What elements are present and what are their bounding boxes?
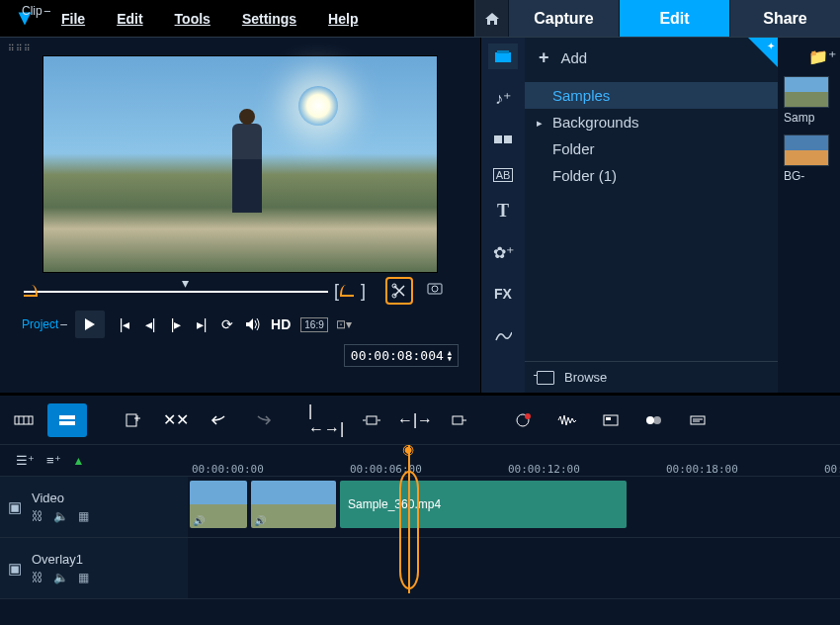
track-content-overlay1[interactable] bbox=[188, 538, 840, 598]
trim-handle-in[interactable] bbox=[24, 285, 38, 297]
mark-in-out-buttons[interactable]: [ ] bbox=[334, 281, 370, 302]
track-head-overlay1[interactable]: ▣ Overlay1 ⛓ 🔈 ▦ bbox=[0, 538, 188, 598]
split-clip-button[interactable] bbox=[385, 277, 413, 305]
menu-file[interactable]: File bbox=[49, 5, 97, 33]
browse-button[interactable]: Browse bbox=[525, 361, 778, 393]
timecode-stepper[interactable]: ▲▼ bbox=[448, 350, 452, 362]
thumb-image-1 bbox=[784, 76, 829, 108]
track-head-video[interactable]: ▣ Video ⛓ 🔈 ▦ bbox=[0, 477, 188, 537]
audio-library-icon[interactable]: ♪⁺ bbox=[488, 85, 518, 111]
label-project[interactable]: Project bbox=[22, 317, 67, 331]
step-fwd-button[interactable]: |▸ bbox=[164, 312, 188, 336]
titles-icon[interactable]: AB bbox=[493, 168, 514, 182]
playback-mode-labels[interactable]: Project Clip bbox=[22, 317, 67, 331]
timecode-field[interactable]: 00:00:08:004 ▲▼ bbox=[344, 344, 459, 367]
go-start-button[interactable]: |◂ bbox=[113, 312, 136, 336]
record-button[interactable] bbox=[504, 403, 544, 437]
lock-icon[interactable]: ▦ bbox=[78, 509, 89, 523]
timeline-header-controls: ☰⁺ ≡⁺ ▲ bbox=[0, 453, 188, 468]
menu-help[interactable]: Help bbox=[316, 5, 370, 33]
playhead[interactable] bbox=[408, 445, 410, 593]
tab-share[interactable]: Share bbox=[729, 0, 840, 37]
trim-track[interactable] bbox=[24, 291, 328, 293]
thumb-sample[interactable]: Samp bbox=[784, 76, 839, 125]
snapshot-button[interactable] bbox=[427, 281, 443, 295]
svg-rect-26 bbox=[691, 416, 705, 424]
svg-rect-16 bbox=[59, 421, 75, 425]
menu-settings[interactable]: Settings bbox=[230, 5, 308, 33]
tab-edit[interactable]: Edit bbox=[619, 0, 729, 37]
add-folder-icon[interactable]: 📁⁺ bbox=[808, 47, 836, 66]
text-icon[interactable]: T bbox=[488, 198, 518, 223]
folder-folder-1[interactable]: Folder (1) bbox=[525, 162, 778, 189]
undo-button[interactable] bbox=[200, 403, 239, 437]
mute-icon[interactable]: 🔈 bbox=[53, 509, 68, 523]
volume-button[interactable] bbox=[241, 312, 265, 336]
graphics-icon[interactable]: ✿⁺ bbox=[488, 239, 518, 265]
home-button[interactable] bbox=[474, 0, 508, 37]
clip-thumb-2[interactable]: 🔊 bbox=[251, 481, 336, 528]
link-icon[interactable]: ⛓ bbox=[32, 571, 43, 584]
folder-list: Samples Backgrounds Folder Folder (1) bbox=[525, 78, 778, 193]
loop-button[interactable]: ⟳ bbox=[215, 312, 239, 336]
pin-icon[interactable] bbox=[748, 38, 778, 67]
lock-icon[interactable]: ▦ bbox=[78, 571, 89, 584]
link-icon[interactable]: ⛓ bbox=[32, 509, 43, 523]
fit-project-button[interactable]: |←→| bbox=[308, 403, 348, 437]
chapter-button[interactable] bbox=[591, 403, 630, 437]
track-video: ▣ Video ⛓ 🔈 ▦ 🔊 🔊 Sample_360.mp4 bbox=[0, 477, 840, 538]
folder-backgrounds[interactable]: Backgrounds bbox=[525, 109, 778, 135]
filters-icon[interactable]: FX bbox=[488, 281, 518, 307]
panel-grip[interactable]: ⠿⠿⠿ bbox=[8, 44, 472, 51]
redo-button[interactable] bbox=[243, 403, 283, 437]
subtitle-button[interactable] bbox=[678, 403, 717, 437]
audio-mixer-button[interactable] bbox=[547, 403, 587, 437]
timeline-tracks: ▣ Video ⛓ 🔈 ▦ 🔊 🔊 Sample_360.mp4 ▣ bbox=[0, 477, 840, 625]
hd-quality-button[interactable]: HD bbox=[271, 316, 291, 332]
track-overlay1: ▣ Overlay1 ⛓ 🔈 ▦ bbox=[0, 538, 840, 599]
fit-clip-button[interactable] bbox=[352, 403, 391, 437]
audio-icon: 🔊 bbox=[193, 515, 205, 526]
resize-dropdown-button[interactable]: ⊡▾ bbox=[336, 317, 352, 331]
zoom-button[interactable]: ←|→ bbox=[395, 403, 435, 437]
crop-tool-button[interactable] bbox=[439, 403, 478, 437]
clip-sample-360[interactable]: Sample_360.mp4 bbox=[340, 481, 627, 528]
track-name-overlay1: Overlay1 bbox=[32, 552, 180, 567]
clip-thumb-1[interactable]: 🔊 bbox=[190, 481, 247, 528]
expand-tracks-icon[interactable]: ▲ bbox=[73, 454, 85, 468]
timeline-header: ☰⁺ ≡⁺ ▲ 00:00:00:00 00:00:06:00 00:00:12… bbox=[0, 445, 840, 477]
track-content-video[interactable]: 🔊 🔊 Sample_360.mp4 bbox=[188, 477, 840, 537]
track-motion-button[interactable] bbox=[634, 403, 674, 437]
ruler-tick: 00:00:06:00 bbox=[350, 463, 422, 476]
track-toggle-icons: ⛓ 🔈 ▦ bbox=[32, 509, 180, 523]
trim-marker-icon[interactable]: ▾ bbox=[182, 275, 189, 291]
menu-edit[interactable]: Edit bbox=[105, 5, 154, 33]
play-button[interactable] bbox=[75, 311, 105, 338]
paths-icon[interactable] bbox=[488, 322, 518, 348]
step-back-button[interactable]: ◂| bbox=[138, 312, 162, 336]
library-thumbnails: 📁⁺ Samp BG- bbox=[778, 38, 840, 393]
tools-button[interactable]: ✕✕ bbox=[156, 403, 196, 437]
media-library-icon[interactable] bbox=[488, 44, 518, 69]
trim-bar[interactable]: ▾ [ ] bbox=[24, 281, 457, 301]
folder-folder[interactable]: Folder bbox=[525, 135, 778, 162]
label-clip[interactable]: Clip bbox=[22, 4, 50, 51]
folder-samples[interactable]: Samples bbox=[525, 82, 778, 109]
add-media-button[interactable]: + Add bbox=[525, 38, 778, 78]
menu-tools[interactable]: Tools bbox=[163, 5, 222, 33]
storyboard-view-button[interactable] bbox=[4, 403, 43, 437]
preview-viewport[interactable] bbox=[42, 55, 438, 273]
person-silhouette bbox=[232, 124, 262, 213]
mute-icon[interactable]: 🔈 bbox=[53, 571, 68, 584]
thumb-bg[interactable]: BG- bbox=[784, 134, 839, 183]
track-menu-icon[interactable]: ≡⁺ bbox=[46, 453, 61, 468]
transitions-icon[interactable] bbox=[488, 127, 518, 152]
timecode-value[interactable]: 00:00:08:004 bbox=[351, 348, 444, 363]
go-end-button[interactable]: ▸| bbox=[190, 312, 213, 336]
insert-media-button[interactable] bbox=[113, 403, 152, 437]
tab-capture[interactable]: Capture bbox=[508, 0, 619, 37]
svg-rect-18 bbox=[367, 416, 377, 424]
timeline-view-button[interactable] bbox=[47, 403, 87, 437]
aspect-ratio-button[interactable]: 16:9 bbox=[300, 317, 327, 332]
track-list-icon[interactable]: ☰⁺ bbox=[16, 453, 35, 468]
